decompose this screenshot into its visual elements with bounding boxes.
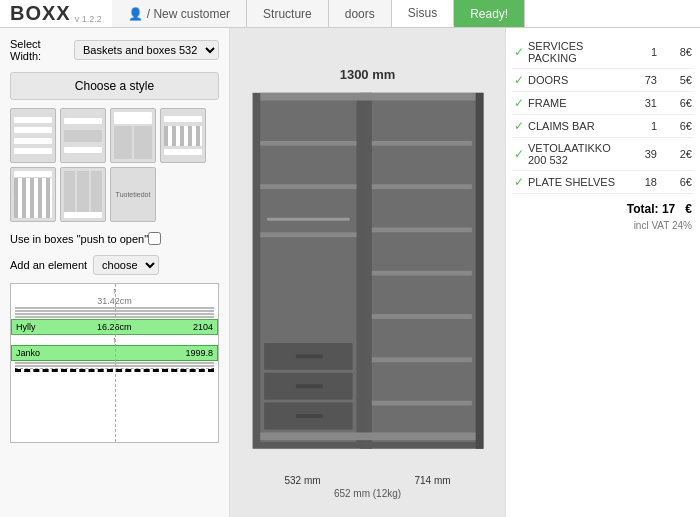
check-icon: ✓ [514,96,524,110]
tab-new-customer-label: / New customer [147,7,230,21]
check-icon: ✓ [514,147,524,161]
style-thumbnails: Tuote­tiedot [10,108,219,222]
price-name: FRAME [528,97,567,109]
user-icon: 👤 [128,7,143,21]
svg-rect-23 [475,92,483,448]
add-element-dropdown[interactable]: choose [93,255,159,275]
price-row-label: ✓ SERVICES PACKING [514,40,632,64]
total-currency: € [685,202,692,216]
price-num: 31 [632,97,657,109]
svg-rect-6 [260,232,356,237]
svg-rect-3 [360,92,372,448]
check-icon: ✓ [514,119,524,133]
price-row: ✓ CLAIMS BAR 1 6€ [512,115,694,138]
style-thumb-1[interactable] [10,108,56,163]
svg-rect-18 [371,314,471,319]
tab-new-customer[interactable]: 👤 / New customer [112,0,247,27]
style-thumb-4[interactable] [160,108,206,163]
tab-ready-label: Ready! [470,7,508,21]
style-thumb-6[interactable] [60,167,106,222]
select-width-label: Select Width: [10,38,68,62]
price-val: 5€ [657,74,692,86]
svg-rect-15 [371,184,471,189]
use-boxes-row: Use in boxes "push to open" [10,232,219,245]
price-row: ✓ FRAME 31 6€ [512,92,694,115]
price-val: 6€ [657,97,692,109]
total-label: Total: 17 [627,202,675,216]
use-boxes-checkbox[interactable] [148,232,161,245]
price-num: 1 [632,120,657,132]
check-icon: ✓ [514,45,524,59]
select-width-dropdown[interactable]: Baskets and boxes 532 [74,40,219,60]
svg-rect-14 [371,140,471,145]
price-name: VETOLAATIKKO 200 532 [528,142,632,166]
price-row-label: ✓ DOORS [514,73,632,87]
fp-janko-val: 1999.8 [185,348,213,358]
logo-text: BOXX [10,2,71,25]
add-element-label: Add an element [10,259,87,271]
price-row: ✓ DOORS 73 5€ [512,69,694,92]
tab-structure[interactable]: Structure [247,0,329,27]
price-row: ✓ SERVICES PACKING 1 8€ [512,36,694,69]
add-element-row: Add an element choose [10,255,219,275]
price-row: ✓ PLATE SHELVES 18 6€ [512,171,694,194]
dim-top-label: 1300 mm [238,67,498,82]
right-panel: ✓ SERVICES PACKING 1 8€ ✓ DOORS 73 5€ ✓ … [505,28,700,517]
price-val: 8€ [657,46,692,58]
dim-bottom: 532 mm 714 mm [238,475,498,486]
tab-ready[interactable]: Ready! [454,0,525,27]
total-row: Total: 17 € [512,194,694,218]
check-icon: ✓ [514,175,524,189]
svg-rect-13 [295,414,322,418]
fp-center-line [115,284,116,442]
choose-style-button[interactable]: Choose a style [10,72,219,100]
use-boxes-label: Use in boxes "push to open" [10,233,148,245]
style-thumb-7[interactable]: Tuote­tiedot [110,167,156,222]
svg-rect-17 [371,270,471,275]
price-name: DOORS [528,74,568,86]
vat-row: incl VAT 24% [512,218,694,233]
svg-rect-11 [295,354,322,358]
tab-sisus-label: Sisus [408,6,437,20]
price-row-label: ✓ CLAIMS BAR [514,119,632,133]
style-thumb-3[interactable] [110,108,156,163]
price-row-label: ✓ FRAME [514,96,632,110]
price-row-label: ✓ PLATE SHELVES [514,175,632,189]
center-panel: 1300 mm [230,28,505,517]
svg-rect-22 [260,92,475,100]
price-val: 6€ [657,176,692,188]
svg-rect-12 [295,384,322,388]
check-icon: ✓ [514,73,524,87]
wardrobe-container: 1300 mm [238,67,498,499]
tab-doors-label: doors [345,7,375,21]
fp-hylly-label: Hylly [16,322,36,332]
svg-rect-4 [260,140,356,145]
top-navigation: BOXX v 1.2.2 👤 / New customer Structure … [0,0,700,28]
price-rows-container: ✓ SERVICES PACKING 1 8€ ✓ DOORS 73 5€ ✓ … [512,36,694,194]
price-name: CLAIMS BAR [528,120,595,132]
main-content: Select Width: Baskets and boxes 532 Choo… [0,28,700,517]
svg-rect-5 [260,184,356,189]
dim-bottom-left: 532 mm [284,475,320,486]
price-num: 39 [632,148,657,160]
price-name: PLATE SHELVES [528,176,615,188]
tab-sisus[interactable]: Sisus [392,0,454,27]
select-width-row: Select Width: Baskets and boxes 532 [10,38,219,62]
svg-rect-21 [260,432,475,440]
tab-doors[interactable]: doors [329,0,392,27]
price-row-label: ✓ VETOLAATIKKO 200 532 [514,142,632,166]
svg-rect-16 [371,227,471,232]
price-row: ✓ VETOLAATIKKO 200 532 39 2€ [512,138,694,171]
price-num: 18 [632,176,657,188]
style-thumb-5[interactable] [10,167,56,222]
style-thumb-2[interactable] [60,108,106,163]
tab-structure-label: Structure [263,7,312,21]
wardrobe-svg [238,88,498,468]
price-name: SERVICES PACKING [528,40,632,64]
price-val: 6€ [657,120,692,132]
logo-area: BOXX v 1.2.2 [0,0,112,27]
price-num: 1 [632,46,657,58]
dim-bottom-total: 652 mm (12kg) [238,488,498,499]
fp-janko-label: Janko [16,348,40,358]
fp-hylly-code: 2104 [193,322,213,332]
